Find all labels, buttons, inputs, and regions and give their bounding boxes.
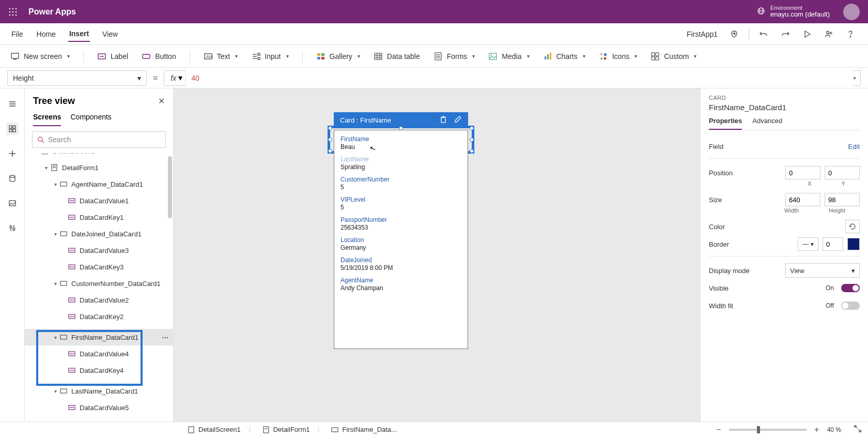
prop-pos-y-input[interactable] bbox=[825, 166, 860, 179]
formula-input-wrap[interactable]: fx ▾ ▾ bbox=[164, 70, 861, 86]
fit-to-screen-icon[interactable] bbox=[854, 425, 862, 434]
breadcrumb-card[interactable]: FirstName_Data... bbox=[326, 425, 401, 435]
ribbon-charts[interactable]: Charts▾ bbox=[543, 52, 585, 61]
ribbon-input-label: Input bbox=[265, 52, 281, 61]
tree-item-dck3[interactable]: DataCardKey3 bbox=[25, 259, 173, 275]
field-location-value: Germany bbox=[340, 244, 461, 251]
hamburger-icon[interactable] bbox=[6, 98, 19, 110]
tree-close-icon[interactable]: ✕ bbox=[158, 96, 165, 106]
formula-input[interactable] bbox=[186, 70, 853, 86]
tree-item-detailscreen1[interactable]: ▾ DetailScreen1 bbox=[25, 153, 173, 159]
ribbon-icons[interactable]: Icons▾ bbox=[599, 52, 637, 61]
svg-rect-102 bbox=[189, 427, 194, 433]
svg-line-106 bbox=[855, 426, 857, 428]
environment-icon[interactable] bbox=[757, 7, 765, 17]
tree-item-dck2[interactable]: DataCardKey2 bbox=[25, 308, 173, 325]
breadcrumb-form[interactable]: DetailForm1 bbox=[257, 425, 315, 435]
svg-rect-32 bbox=[321, 57, 324, 59]
tree-item-detailform1[interactable]: ▾ DetailForm1 bbox=[25, 159, 173, 176]
app-file-name[interactable]: FirstApp1 bbox=[687, 30, 718, 38]
tree-item-agentname-card[interactable]: ▾ AgentName_DataCard1 bbox=[25, 176, 173, 192]
prop-field-edit-link[interactable]: Edit bbox=[848, 143, 860, 150]
tab-components[interactable]: Components bbox=[70, 113, 111, 126]
detail-form-preview[interactable]: FirstNameBeau LastNameSpratling Customer… bbox=[334, 130, 468, 349]
tree-item-dcv5[interactable]: DataCardValue5 bbox=[25, 399, 173, 416]
ribbon-gallery[interactable]: Gallery▾ bbox=[316, 52, 360, 61]
prop-height-input[interactable] bbox=[825, 193, 860, 206]
prop-visible-toggle[interactable] bbox=[841, 284, 860, 292]
field-lastname-value: Spratling bbox=[340, 163, 461, 171]
ribbon-custom-label: Custom bbox=[664, 52, 689, 61]
menu-bar: File Home Insert View FirstApp1 bbox=[0, 23, 868, 45]
ribbon-button-text: Button bbox=[155, 52, 176, 61]
share-icon[interactable] bbox=[822, 27, 836, 41]
user-avatar[interactable] bbox=[843, 4, 860, 20]
prop-display-mode-select[interactable]: View▾ bbox=[785, 263, 860, 278]
prop-width-input[interactable] bbox=[785, 193, 820, 206]
more-options-icon[interactable]: ⋯ bbox=[162, 334, 169, 341]
canvas[interactable]: Card : FirstName FirstNameBeau LastNameS… bbox=[174, 88, 700, 421]
prop-tab-properties[interactable]: Properties bbox=[709, 117, 742, 130]
ribbon-data-table[interactable]: Data table bbox=[374, 52, 420, 61]
prop-widthfit-toggle[interactable] bbox=[841, 302, 860, 310]
redo-icon[interactable] bbox=[778, 27, 793, 41]
svg-point-13 bbox=[827, 31, 829, 34]
data-icon[interactable] bbox=[6, 172, 19, 185]
zoom-out-button[interactable]: − bbox=[714, 425, 724, 434]
tree-item-dcv3[interactable]: DataCardValue3 bbox=[25, 242, 173, 259]
zoom-slider[interactable] bbox=[729, 429, 807, 431]
prop-border-style-select[interactable]: — ▾ bbox=[798, 237, 818, 251]
tree-item-dcv1[interactable]: DataCardValue1 bbox=[25, 192, 173, 209]
svg-rect-72 bbox=[42, 153, 48, 154]
formula-expand-icon[interactable]: ▾ bbox=[853, 74, 856, 82]
ribbon-data-table-label: Data table bbox=[387, 52, 420, 61]
ribbon-text[interactable]: Abc Text▾ bbox=[204, 52, 238, 61]
undo-icon[interactable] bbox=[756, 27, 771, 41]
help-icon[interactable] bbox=[843, 27, 858, 41]
prop-pos-x-input[interactable] bbox=[785, 166, 820, 179]
tree-item-customernumber-card[interactable]: ▾ CustomerNumber_DataCard1 bbox=[25, 275, 173, 292]
edit-pencil-icon[interactable] bbox=[454, 115, 462, 125]
play-icon[interactable] bbox=[800, 27, 814, 41]
ribbon-button[interactable]: Button bbox=[142, 52, 176, 61]
menu-home[interactable]: Home bbox=[36, 27, 57, 41]
zoom-in-button[interactable]: + bbox=[812, 425, 822, 434]
prop-border-width-input[interactable] bbox=[823, 237, 843, 251]
selection-title: Card : FirstName bbox=[340, 116, 391, 124]
ribbon-new-screen[interactable]: New screen▾ bbox=[10, 52, 70, 61]
tab-screens[interactable]: Screens bbox=[33, 113, 61, 126]
tree-item-datejoined-card[interactable]: ▾ DateJoined_DataCard1 bbox=[25, 225, 173, 242]
ribbon-media[interactable]: Media▾ bbox=[488, 52, 529, 61]
delete-icon[interactable] bbox=[439, 115, 447, 125]
tree-item-dck1[interactable]: DataCardKey1 bbox=[25, 209, 173, 225]
svg-rect-52 bbox=[656, 53, 659, 56]
ribbon-input[interactable]: Input▾ bbox=[251, 52, 288, 61]
svg-rect-48 bbox=[604, 53, 607, 56]
environment-selector[interactable]: Environment enayu.com (default) bbox=[770, 5, 830, 18]
health-check-icon[interactable] bbox=[727, 27, 741, 41]
svg-rect-105 bbox=[332, 428, 338, 432]
menu-view[interactable]: View bbox=[101, 27, 119, 41]
tree-view-icon[interactable] bbox=[6, 123, 19, 135]
equals-sign: = bbox=[153, 73, 158, 83]
ribbon-forms-label: Forms bbox=[447, 52, 468, 61]
prop-color-reset-icon[interactable] bbox=[845, 220, 860, 233]
ribbon-text-label: Text bbox=[217, 52, 230, 61]
ribbon-label[interactable]: Label bbox=[97, 52, 128, 61]
breadcrumb-screen[interactable]: DetailScreen1 bbox=[182, 425, 246, 435]
prop-border-color-swatch[interactable] bbox=[847, 238, 860, 250]
prop-tab-advanced[interactable]: Advanced bbox=[752, 117, 782, 130]
property-selector[interactable]: Height ▾ bbox=[7, 70, 147, 86]
waffle-icon[interactable] bbox=[5, 8, 21, 16]
ribbon-forms[interactable]: Forms▾ bbox=[433, 52, 475, 61]
prop-color-label: Color bbox=[709, 223, 841, 231]
tree-item-dcv2[interactable]: DataCardValue2 bbox=[25, 292, 173, 308]
media-rail-icon[interactable] bbox=[6, 197, 19, 209]
add-icon[interactable] bbox=[6, 147, 19, 160]
menu-file[interactable]: File bbox=[10, 27, 24, 41]
tree-scrollbar[interactable] bbox=[168, 156, 172, 218]
menu-insert[interactable]: Insert bbox=[68, 26, 90, 42]
ribbon-custom[interactable]: Custom▾ bbox=[650, 52, 696, 61]
advanced-tools-icon[interactable] bbox=[6, 222, 19, 234]
tree-search-box[interactable]: Search bbox=[32, 131, 166, 148]
